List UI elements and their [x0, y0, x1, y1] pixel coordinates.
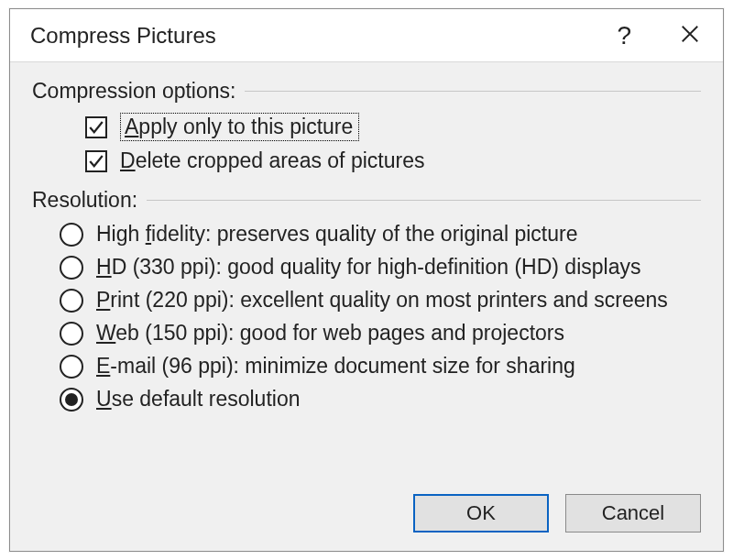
close-button[interactable]	[673, 19, 706, 52]
resolution-label-print-220: Print (220 ppi): excellent quality on mo…	[96, 288, 668, 313]
resolution-label-web-150: Web (150 ppi): good for web pages and pr…	[96, 321, 564, 346]
delete-cropped-checkbox-row[interactable]: Delete cropped areas of pictures	[85, 148, 701, 173]
titlebar-actions: ?	[609, 19, 706, 52]
compression-group-header: Compression options:	[32, 79, 701, 104]
divider	[147, 200, 701, 201]
resolution-label-hd-330: HD (330 ppi): good quality for high-defi…	[96, 255, 640, 280]
resolution-option-hd-330[interactable]: HD (330 ppi): good quality for high-defi…	[60, 255, 701, 280]
resolution-option-high-fidelity[interactable]: High fidelity: preserves quality of the …	[60, 222, 701, 247]
dialog-buttons: OK Cancel	[10, 485, 723, 551]
resolution-label: Resolution:	[32, 188, 137, 213]
resolution-label-default: Use default resolution	[96, 387, 300, 412]
delete-cropped-label: Delete cropped areas of pictures	[120, 148, 424, 173]
resolution-radio-web-150[interactable]	[60, 322, 83, 346]
compression-label: Compression options:	[32, 79, 235, 104]
checkmark-icon	[88, 153, 104, 170]
dialog-content: Compression options: Apply only to this …	[10, 62, 723, 485]
titlebar: Compress Pictures ?	[10, 9, 723, 62]
compression-options: Apply only to this picture Delete croppe…	[32, 113, 701, 173]
cancel-button[interactable]: Cancel	[565, 494, 701, 533]
resolution-label-email-96: E-mail (96 ppi): minimize document size …	[96, 354, 575, 379]
radio-dot-icon	[65, 393, 78, 406]
close-icon	[680, 24, 700, 48]
checkmark-icon	[88, 119, 104, 136]
resolution-radio-print-220[interactable]	[60, 289, 83, 313]
ok-button[interactable]: OK	[413, 494, 549, 533]
divider	[245, 91, 701, 92]
resolution-option-email-96[interactable]: E-mail (96 ppi): minimize document size …	[60, 354, 701, 379]
compress-pictures-dialog: Compress Pictures ? Compression options:	[9, 8, 724, 552]
apply-only-label: Apply only to this picture	[125, 115, 353, 138]
resolution-option-web-150[interactable]: Web (150 ppi): good for web pages and pr…	[60, 321, 701, 346]
apply-only-checkbox-row[interactable]: Apply only to this picture	[85, 113, 701, 141]
resolution-radio-hd-330[interactable]	[60, 256, 83, 280]
resolution-options: High fidelity: preserves quality of the …	[32, 222, 701, 412]
resolution-radio-high-fidelity[interactable]	[60, 223, 83, 247]
resolution-option-default[interactable]: Use default resolution	[60, 387, 701, 412]
dialog-title: Compress Pictures	[30, 23, 609, 49]
resolution-radio-default[interactable]	[60, 388, 83, 412]
resolution-radio-email-96[interactable]	[60, 355, 83, 379]
help-button[interactable]: ?	[609, 19, 639, 52]
resolution-option-print-220[interactable]: Print (220 ppi): excellent quality on mo…	[60, 288, 701, 313]
resolution-label-high-fidelity: High fidelity: preserves quality of the …	[96, 222, 577, 247]
delete-cropped-checkbox[interactable]	[85, 150, 107, 172]
resolution-group-header: Resolution:	[32, 188, 701, 213]
apply-only-checkbox[interactable]	[85, 116, 107, 138]
